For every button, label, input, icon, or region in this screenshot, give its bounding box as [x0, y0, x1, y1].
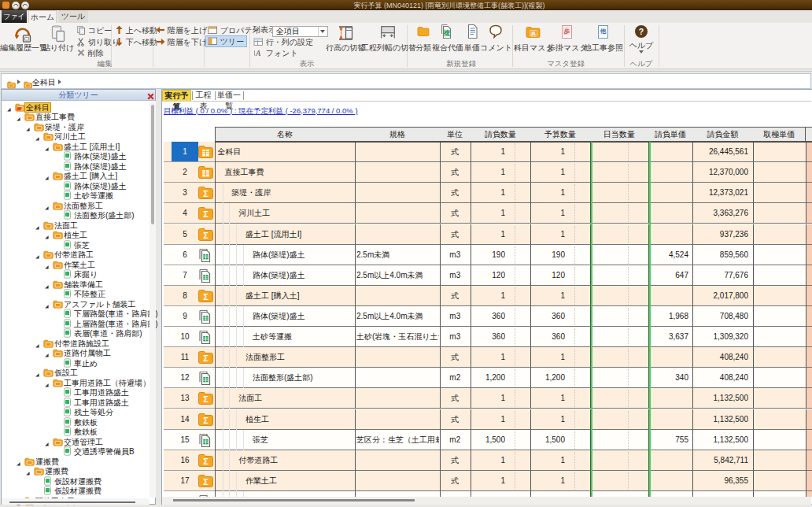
- svg-text:Σ: Σ: [203, 209, 209, 219]
- svg-text:?: ?: [639, 27, 644, 36]
- svg-text:Σ: Σ: [203, 457, 209, 466]
- svg-text:A: A: [255, 49, 261, 57]
- svg-text:Σ: Σ: [203, 477, 209, 487]
- svg-text:Σ: Σ: [203, 189, 209, 198]
- svg-text:Σ: Σ: [203, 353, 209, 363]
- svg-text:Σ: Σ: [203, 231, 209, 240]
- svg-text:Σ: Σ: [203, 394, 209, 404]
- svg-text:複: 複: [443, 29, 451, 37]
- svg-text:歩: 歩: [563, 28, 570, 35]
- svg-text:他: 他: [600, 28, 607, 35]
- svg-text:Σ: Σ: [203, 292, 209, 302]
- svg-text:Σ: Σ: [203, 416, 209, 425]
- svg-text:科: 科: [530, 31, 537, 36]
